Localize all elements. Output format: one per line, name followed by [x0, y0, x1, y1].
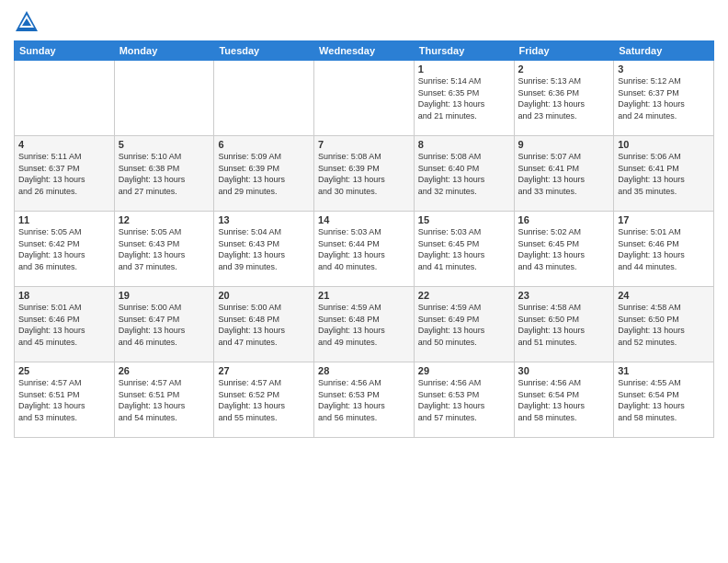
day-info: Sunrise: 5:00 AMSunset: 6:47 PMDaylight:… — [119, 302, 210, 348]
calendar-cell: 3Sunrise: 5:12 AMSunset: 6:37 PMDaylight… — [614, 61, 714, 136]
calendar-cell: 15Sunrise: 5:03 AMSunset: 6:45 PMDayligh… — [414, 212, 514, 287]
page: SundayMondayTuesdayWednesdayThursdayFrid… — [0, 0, 728, 563]
calendar-cell — [114, 61, 214, 136]
calendar-cell: 10Sunrise: 5:06 AMSunset: 6:41 PMDayligh… — [614, 136, 714, 212]
day-info: Sunrise: 5:08 AMSunset: 6:40 PMDaylight:… — [418, 151, 510, 197]
day-number: 9 — [518, 139, 610, 150]
day-info: Sunrise: 5:01 AMSunset: 6:46 PMDaylight:… — [18, 302, 110, 348]
calendar-cell: 5Sunrise: 5:10 AMSunset: 6:38 PMDaylight… — [114, 136, 214, 212]
day-info: Sunrise: 5:01 AMSunset: 6:46 PMDaylight:… — [618, 226, 710, 272]
day-number: 12 — [119, 214, 210, 225]
day-info: Sunrise: 5:03 AMSunset: 6:44 PMDaylight:… — [318, 226, 410, 272]
calendar-week-row: 4Sunrise: 5:11 AMSunset: 6:37 PMDaylight… — [15, 136, 714, 212]
day-info: Sunrise: 4:58 AMSunset: 6:50 PMDaylight:… — [618, 302, 710, 348]
day-info: Sunrise: 5:10 AMSunset: 6:38 PMDaylight:… — [119, 151, 210, 197]
day-number: 21 — [318, 290, 410, 301]
day-info: Sunrise: 5:13 AMSunset: 6:36 PMDaylight:… — [518, 75, 610, 121]
day-number: 30 — [518, 365, 610, 376]
calendar-cell: 18Sunrise: 5:01 AMSunset: 6:46 PMDayligh… — [15, 287, 115, 362]
day-info: Sunrise: 4:57 AMSunset: 6:52 PMDaylight:… — [218, 377, 310, 423]
calendar-cell: 7Sunrise: 5:08 AMSunset: 6:39 PMDaylight… — [314, 136, 415, 212]
calendar-week-row: 11Sunrise: 5:05 AMSunset: 6:42 PMDayligh… — [15, 212, 714, 287]
day-number: 17 — [618, 214, 710, 225]
day-number: 6 — [218, 139, 310, 150]
day-number: 13 — [218, 214, 310, 225]
logo-icon — [14, 9, 40, 35]
day-info: Sunrise: 5:02 AMSunset: 6:45 PMDaylight:… — [518, 226, 610, 272]
day-number: 29 — [418, 365, 510, 376]
day-info: Sunrise: 5:07 AMSunset: 6:41 PMDaylight:… — [518, 151, 610, 197]
calendar-cell: 16Sunrise: 5:02 AMSunset: 6:45 PMDayligh… — [514, 212, 614, 287]
day-number: 1 — [418, 63, 510, 75]
day-info: Sunrise: 4:55 AMSunset: 6:54 PMDaylight:… — [618, 377, 710, 423]
calendar-week-row: 1Sunrise: 5:14 AMSunset: 6:35 PMDaylight… — [15, 61, 714, 136]
day-info: Sunrise: 5:05 AMSunset: 6:42 PMDaylight:… — [18, 226, 110, 272]
calendar-cell: 24Sunrise: 4:58 AMSunset: 6:50 PMDayligh… — [614, 287, 714, 362]
calendar-cell: 20Sunrise: 5:00 AMSunset: 6:48 PMDayligh… — [214, 287, 314, 362]
calendar-cell: 29Sunrise: 4:56 AMSunset: 6:53 PMDayligh… — [414, 362, 514, 438]
calendar-cell: 4Sunrise: 5:11 AMSunset: 6:37 PMDaylight… — [15, 136, 115, 212]
day-info: Sunrise: 5:04 AMSunset: 6:43 PMDaylight:… — [218, 226, 310, 272]
day-number: 20 — [218, 290, 310, 301]
day-number: 4 — [18, 139, 110, 150]
calendar-cell: 25Sunrise: 4:57 AMSunset: 6:51 PMDayligh… — [15, 362, 115, 438]
day-header-monday: Monday — [114, 41, 214, 61]
calendar-cell: 19Sunrise: 5:00 AMSunset: 6:47 PMDayligh… — [114, 287, 214, 362]
calendar-cell: 6Sunrise: 5:09 AMSunset: 6:39 PMDaylight… — [214, 136, 314, 212]
day-info: Sunrise: 4:56 AMSunset: 6:54 PMDaylight:… — [518, 377, 610, 423]
calendar-cell: 8Sunrise: 5:08 AMSunset: 6:40 PMDaylight… — [414, 136, 514, 212]
day-info: Sunrise: 5:09 AMSunset: 6:39 PMDaylight:… — [218, 151, 310, 197]
day-number: 16 — [518, 214, 610, 225]
day-number: 25 — [18, 365, 110, 376]
day-number: 14 — [318, 214, 410, 225]
calendar-cell: 11Sunrise: 5:05 AMSunset: 6:42 PMDayligh… — [15, 212, 115, 287]
calendar-cell: 17Sunrise: 5:01 AMSunset: 6:46 PMDayligh… — [614, 212, 714, 287]
calendar-cell: 21Sunrise: 4:59 AMSunset: 6:48 PMDayligh… — [314, 287, 415, 362]
day-header-saturday: Saturday — [614, 41, 714, 61]
calendar-week-row: 18Sunrise: 5:01 AMSunset: 6:46 PMDayligh… — [15, 287, 714, 362]
day-header-sunday: Sunday — [15, 41, 115, 61]
day-number: 26 — [119, 365, 210, 376]
day-info: Sunrise: 4:58 AMSunset: 6:50 PMDaylight:… — [518, 302, 610, 348]
day-header-tuesday: Tuesday — [214, 41, 314, 61]
day-number: 27 — [218, 365, 310, 376]
day-number: 5 — [119, 139, 210, 150]
day-header-wednesday: Wednesday — [314, 41, 415, 61]
day-info: Sunrise: 4:56 AMSunset: 6:53 PMDaylight:… — [418, 377, 510, 423]
logo — [14, 9, 43, 35]
day-info: Sunrise: 5:08 AMSunset: 6:39 PMDaylight:… — [318, 151, 410, 197]
day-info: Sunrise: 4:57 AMSunset: 6:51 PMDaylight:… — [119, 377, 210, 423]
calendar-cell: 14Sunrise: 5:03 AMSunset: 6:44 PMDayligh… — [314, 212, 415, 287]
calendar-cell: 12Sunrise: 5:05 AMSunset: 6:43 PMDayligh… — [114, 212, 214, 287]
day-info: Sunrise: 5:00 AMSunset: 6:48 PMDaylight:… — [218, 302, 310, 348]
calendar-cell — [15, 61, 115, 136]
day-info: Sunrise: 5:11 AMSunset: 6:37 PMDaylight:… — [18, 151, 110, 197]
day-number: 7 — [318, 139, 410, 150]
day-header-friday: Friday — [514, 41, 614, 61]
day-number: 28 — [318, 365, 410, 376]
day-number: 2 — [518, 63, 610, 75]
day-info: Sunrise: 4:59 AMSunset: 6:49 PMDaylight:… — [418, 302, 510, 348]
calendar-cell — [314, 61, 415, 136]
day-info: Sunrise: 5:06 AMSunset: 6:41 PMDaylight:… — [618, 151, 710, 197]
day-number: 23 — [518, 290, 610, 301]
calendar-cell: 31Sunrise: 4:55 AMSunset: 6:54 PMDayligh… — [614, 362, 714, 438]
header — [14, 9, 714, 35]
day-info: Sunrise: 5:12 AMSunset: 6:37 PMDaylight:… — [618, 75, 710, 121]
calendar-cell: 1Sunrise: 5:14 AMSunset: 6:35 PMDaylight… — [414, 61, 514, 136]
day-number: 24 — [618, 290, 710, 301]
calendar-cell: 30Sunrise: 4:56 AMSunset: 6:54 PMDayligh… — [514, 362, 614, 438]
day-number: 11 — [18, 214, 110, 225]
day-info: Sunrise: 5:14 AMSunset: 6:35 PMDaylight:… — [418, 75, 510, 121]
calendar-cell: 27Sunrise: 4:57 AMSunset: 6:52 PMDayligh… — [214, 362, 314, 438]
day-number: 3 — [618, 63, 710, 75]
calendar-cell: 28Sunrise: 4:56 AMSunset: 6:53 PMDayligh… — [314, 362, 415, 438]
day-info: Sunrise: 4:56 AMSunset: 6:53 PMDaylight:… — [318, 377, 410, 423]
calendar-cell: 9Sunrise: 5:07 AMSunset: 6:41 PMDaylight… — [514, 136, 614, 212]
calendar-cell — [214, 61, 314, 136]
calendar-cell: 13Sunrise: 5:04 AMSunset: 6:43 PMDayligh… — [214, 212, 314, 287]
calendar-cell: 23Sunrise: 4:58 AMSunset: 6:50 PMDayligh… — [514, 287, 614, 362]
calendar-table: SundayMondayTuesdayWednesdayThursdayFrid… — [14, 40, 714, 438]
day-header-thursday: Thursday — [414, 41, 514, 61]
day-number: 18 — [18, 290, 110, 301]
